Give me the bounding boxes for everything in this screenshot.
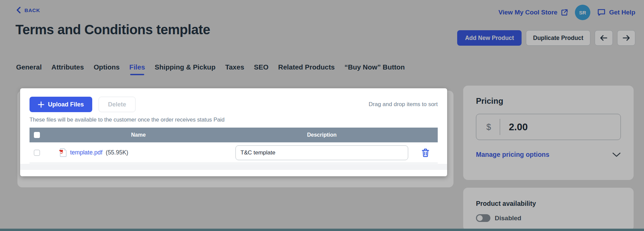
files-panel: Upload Files Delete Drag and drop items …	[20, 88, 447, 176]
header-checkbox-cell	[30, 132, 46, 138]
file-name-link[interactable]: template.pdf	[70, 149, 102, 156]
plus-icon	[38, 101, 44, 108]
files-table: Name Description	[30, 128, 438, 170]
sort-hint: Drag and drop items to sort	[369, 101, 438, 108]
file-size: (55.95K)	[106, 149, 128, 156]
file-name-cell: template.pdf (55.95K)	[46, 148, 230, 157]
select-all-checkbox[interactable]	[34, 132, 40, 138]
row-checkbox[interactable]	[34, 150, 40, 156]
delete-button[interactable]: Delete	[99, 97, 136, 112]
table-header-row: Name Description	[30, 128, 438, 142]
product-edit-page: BACK Terms and Conditions template View …	[0, 0, 644, 231]
pdf-file-icon	[59, 148, 67, 157]
trash-icon	[422, 148, 429, 157]
file-table-row: template.pdf (55.95K)	[30, 142, 438, 163]
description-column-header: Description	[230, 132, 413, 138]
table-footer-strip	[20, 164, 447, 170]
file-actions-cell	[413, 148, 438, 157]
file-description-cell	[230, 145, 413, 160]
row-checkbox-cell	[30, 150, 46, 156]
delete-file-button[interactable]	[422, 148, 429, 157]
files-toolbar: Upload Files Delete Drag and drop items …	[30, 97, 438, 112]
name-column-header: Name	[46, 132, 230, 138]
upload-files-label: Upload Files	[48, 101, 84, 108]
upload-files-button[interactable]: Upload Files	[30, 97, 92, 112]
file-description-input[interactable]	[235, 145, 408, 160]
files-note: These files will be available to the cus…	[30, 117, 438, 123]
